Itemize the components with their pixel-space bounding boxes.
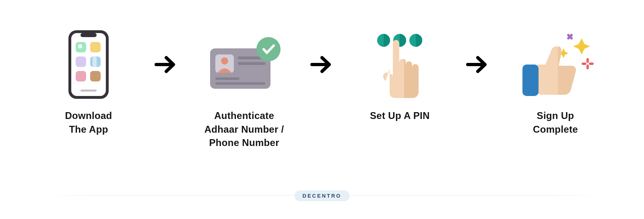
step-label: Sign UpComplete [533,109,578,136]
step-complete: Sign UpComplete [503,28,608,136]
svg-rect-18 [215,82,265,85]
step-pin: Set Up A PIN [347,28,452,123]
step-label: AuthenticateAdhaar Number /Phone Number [204,109,284,150]
svg-rect-16 [238,62,265,65]
step-authenticate: AuthenticateAdhaar Number /Phone Number [192,28,297,150]
arrow-icon [154,28,178,101]
arrow-icon [310,28,334,101]
svg-rect-11 [80,90,97,92]
brand-badge: DECENTRO [295,190,350,201]
svg-point-19 [256,37,281,61]
step-label: DownloadThe App [65,109,112,136]
svg-rect-2 [80,33,97,37]
svg-rect-6 [76,56,86,67]
svg-rect-29 [522,65,539,96]
arrow-icon [466,28,490,101]
thumbs-up-sparkle-icon [515,28,596,101]
phone-apps-icon [64,28,113,101]
svg-point-14 [221,57,228,65]
svg-rect-17 [215,77,239,80]
step-label: Set Up A PIN [370,109,430,123]
svg-rect-10 [90,71,101,81]
svg-rect-4 [78,44,82,48]
hand-pin-icon [365,28,434,101]
svg-rect-5 [90,42,101,52]
step-download: DownloadThe App [36,28,141,136]
svg-rect-9 [76,71,86,81]
process-flow: DownloadThe App AuthenticateAdhaar Numbe… [0,0,644,150]
id-card-check-icon [204,28,285,101]
svg-rect-8 [93,56,97,67]
